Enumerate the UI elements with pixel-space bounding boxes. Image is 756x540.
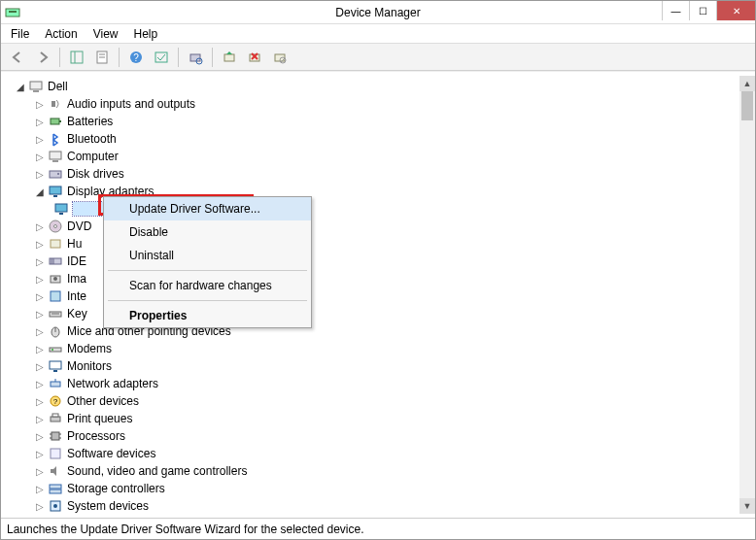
menu-view[interactable]: View (93, 27, 119, 41)
sound-icon (48, 463, 63, 479)
svg-point-33 (54, 225, 57, 228)
expander-icon[interactable] (34, 378, 46, 389)
tree-category-label: Other devices (67, 394, 139, 408)
expander-icon[interactable] (34, 395, 46, 407)
disable-toolbar-button[interactable] (269, 47, 291, 68)
expander-icon[interactable] (34, 186, 46, 197)
tree-category[interactable]: Print queues (26, 410, 753, 427)
expander-icon[interactable] (34, 255, 46, 267)
scroll-down-arrow[interactable]: ▼ (739, 498, 755, 514)
svg-rect-19 (30, 82, 42, 89)
svg-text:?: ? (53, 397, 58, 406)
other-icon: ? (48, 393, 63, 409)
tree-category[interactable]: Modems (26, 340, 753, 357)
update-driver-toolbar-button[interactable] (219, 47, 240, 68)
svg-rect-30 (55, 204, 67, 212)
expander-icon[interactable] (15, 81, 26, 92)
tree-category[interactable]: Sound, video and game controllers (26, 462, 753, 480)
intel-icon (48, 288, 63, 304)
scroll-track[interactable] (739, 91, 755, 498)
tree-category[interactable]: Monitors (26, 357, 753, 375)
tree-category-label: Hu (67, 237, 82, 251)
menu-action[interactable]: Action (45, 27, 77, 41)
dvd-icon (48, 219, 63, 234)
modem-icon (48, 341, 63, 356)
tree-category[interactable]: System devices (26, 497, 753, 515)
uninstall-toolbar-button[interactable] (244, 47, 265, 68)
expander-icon[interactable] (34, 116, 46, 127)
tree-category[interactable]: Processors (26, 427, 753, 445)
expander-icon[interactable] (34, 220, 46, 232)
expander-icon[interactable] (34, 308, 46, 320)
menu-help[interactable]: Help (134, 27, 158, 41)
scan-hardware-button[interactable] (185, 47, 206, 68)
tree-category-label: DVD (67, 219, 91, 233)
maximize-button[interactable]: ☐ (689, 1, 716, 20)
tree-category[interactable]: Computer (26, 148, 753, 165)
tree-root[interactable]: Dell (7, 78, 753, 95)
properties-toolbar-button[interactable] (91, 47, 113, 68)
close-button[interactable]: ✕ (716, 1, 755, 20)
expander-icon[interactable] (34, 151, 46, 162)
svg-rect-48 (53, 370, 57, 372)
back-button[interactable] (7, 47, 28, 68)
expander-icon[interactable] (34, 168, 46, 180)
minimize-button[interactable]: — (662, 1, 689, 20)
expander-icon[interactable] (34, 238, 46, 250)
vertical-scrollbar[interactable]: ▲ ▼ (739, 76, 755, 514)
svg-rect-45 (50, 348, 61, 352)
software-icon (48, 446, 63, 461)
expander-icon[interactable] (34, 430, 46, 442)
system-icon (48, 498, 63, 514)
svg-point-27 (57, 173, 59, 175)
expander-icon[interactable] (34, 413, 46, 424)
tree-category[interactable]: Batteries (26, 113, 753, 130)
expander-icon[interactable] (34, 290, 46, 302)
svg-text:?: ? (133, 52, 139, 63)
tree-category[interactable]: Bluetooth (26, 130, 753, 148)
tree-category[interactable]: ?Other devices (26, 392, 753, 410)
tree-category[interactable]: Software devices (26, 445, 753, 462)
svg-rect-23 (59, 120, 61, 122)
expander-icon[interactable] (34, 500, 46, 512)
context-menu-item[interactable]: Scan for hardware changes (104, 274, 311, 297)
expander-icon[interactable] (34, 483, 46, 494)
toolbar-button[interactable] (151, 47, 172, 68)
context-menu: Update Driver Software...DisableUninstal… (103, 196, 312, 328)
tree-category[interactable]: Universal Serial Bus controllers (26, 515, 753, 516)
svg-rect-55 (52, 432, 59, 440)
context-menu-item[interactable]: Uninstall (104, 244, 311, 267)
svg-rect-10 (190, 54, 200, 61)
cpu-icon (48, 428, 63, 444)
toolbar-separator (59, 48, 60, 67)
svg-rect-22 (51, 118, 59, 124)
tree-category[interactable]: Storage controllers (26, 480, 753, 497)
tree-category[interactable]: Disk drives (26, 165, 753, 183)
toolbar: ? (1, 44, 755, 71)
toolbar-separator (212, 48, 213, 67)
expander-icon[interactable] (34, 325, 46, 337)
expander-icon[interactable] (34, 465, 46, 477)
scroll-up-arrow[interactable]: ▲ (739, 76, 755, 91)
expander-icon[interactable] (34, 273, 46, 285)
context-menu-item[interactable]: Disable (104, 220, 311, 244)
storage-icon (48, 481, 63, 496)
tree-category-label: Batteries (67, 115, 113, 128)
menu-file[interactable]: File (11, 27, 29, 41)
tree-category[interactable]: Audio inputs and outputs (26, 95, 753, 113)
expander-icon[interactable] (34, 133, 46, 145)
imaging-icon (48, 271, 63, 287)
context-menu-item[interactable]: Properties (104, 304, 311, 327)
expander-icon[interactable] (34, 343, 46, 354)
svg-rect-47 (50, 361, 61, 369)
help-button[interactable]: ? (125, 47, 147, 68)
scroll-thumb[interactable] (741, 91, 753, 120)
forward-button[interactable] (32, 47, 53, 68)
expander-icon[interactable] (34, 448, 46, 459)
context-menu-item[interactable]: Update Driver Software... (104, 197, 311, 220)
expander-icon[interactable] (34, 360, 46, 372)
show-hide-tree-button[interactable] (66, 47, 87, 68)
expander-icon[interactable] (34, 98, 46, 110)
tree-category[interactable]: Network adapters (26, 375, 753, 392)
svg-rect-62 (50, 489, 61, 493)
